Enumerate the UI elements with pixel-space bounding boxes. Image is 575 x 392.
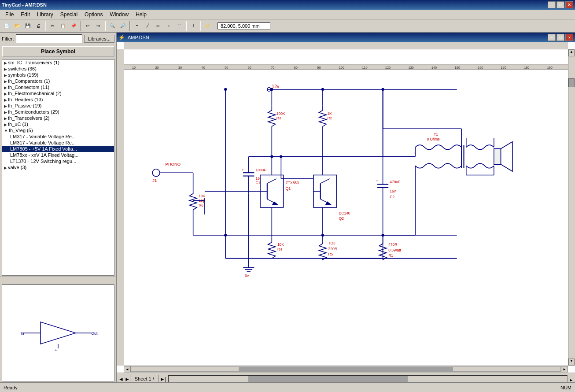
- tab-add-btn[interactable]: ►|: [160, 376, 166, 382]
- tree-item[interactable]: ▶valve (3): [2, 164, 114, 170]
- print-btn[interactable]: 🖨: [33, 21, 43, 31]
- tree-item[interactable]: ▶th_Electromechanical (2): [2, 90, 114, 96]
- menu-window[interactable]: Window: [106, 11, 132, 18]
- status-bar: Ready NUM: [0, 382, 575, 392]
- tree-item[interactable]: ▶th_Transceivers (2): [2, 115, 114, 121]
- svg-text:In: In: [21, 331, 24, 336]
- maximize-btn[interactable]: □: [557, 1, 564, 8]
- zoom-in-btn[interactable]: 🔍: [107, 21, 117, 31]
- scrollbar-right[interactable]: ▲ ▼: [568, 49, 575, 366]
- ellipse-btn[interactable]: ○: [164, 21, 173, 31]
- svg-text:BC140: BC140: [339, 211, 350, 215]
- svg-text:J1: J1: [152, 178, 157, 183]
- svg-text:R4: R4: [277, 247, 282, 251]
- tab-prev-btn[interactable]: ◄: [118, 376, 124, 382]
- svg-rect-138: [494, 149, 501, 165]
- scrollbar-bottom[interactable]: ◄ ►: [124, 366, 568, 373]
- menu-options[interactable]: Options: [81, 11, 106, 18]
- filter-row: Filter: Libraries...: [0, 33, 116, 45]
- menu-file[interactable]: File: [2, 11, 17, 18]
- tab-next-btn[interactable]: ►: [125, 376, 130, 382]
- svg-text:10K: 10K: [277, 242, 284, 247]
- filter-input[interactable]: [16, 34, 82, 43]
- menu-help[interactable]: Help: [132, 11, 150, 18]
- tree-item[interactable]: ▶th_Comparators (1): [2, 78, 114, 84]
- tree-item[interactable]: ▶symbols (159): [2, 72, 114, 78]
- redo-btn[interactable]: ↪: [93, 21, 103, 31]
- symbol-btn[interactable]: ⚡: [203, 21, 212, 31]
- svg-text:Q2: Q2: [339, 216, 344, 221]
- svg-text:1K: 1K: [327, 111, 332, 116]
- menu-bar: File Edit Library Special Options Window…: [0, 10, 575, 19]
- wire-btn[interactable]: ━: [132, 21, 142, 31]
- text-btn[interactable]: T: [188, 21, 198, 31]
- svg-text:470R: 470R: [388, 242, 397, 247]
- svg-text:140: 140: [431, 66, 437, 70]
- preview-svg: In Out ⏚: [18, 315, 98, 351]
- ruler-h-svg: /* ruler marks rendered below */: [124, 42, 568, 49]
- close-btn[interactable]: ✕: [565, 1, 573, 8]
- schematic-close-btn[interactable]: ✕: [565, 34, 573, 41]
- tree-item[interactable]: LT1370 - 12V Switching regu...: [2, 158, 114, 164]
- cut-btn[interactable]: ✂: [48, 21, 57, 31]
- schematic-maximize-btn[interactable]: □: [557, 34, 564, 41]
- rect-btn[interactable]: ▭: [153, 21, 163, 31]
- svg-text:PHONO: PHONO: [166, 162, 181, 166]
- sep6: [200, 21, 201, 31]
- circuit-svg: 10 20 30 40 50 60 70 80 90 100 110 120 1…: [124, 49, 568, 366]
- tree-item[interactable]: LM317 - Variable Voltage Re...: [2, 140, 114, 146]
- copy-btn[interactable]: 📋: [58, 21, 68, 31]
- minimize-btn[interactable]: ─: [548, 1, 556, 8]
- svg-text:8 Ohms: 8 Ohms: [427, 137, 439, 141]
- menu-library[interactable]: Library: [33, 11, 57, 18]
- line-btn[interactable]: ╱: [143, 21, 152, 31]
- tree-item[interactable]: LM317 - Variable Voltage Re...: [2, 133, 114, 140]
- window-controls: ─ □ ✕: [548, 1, 573, 8]
- tab-scrollbar-right[interactable]: ►: [569, 378, 573, 382]
- canvas-area[interactable]: 10 20 30 40 50 60 70 80 90 100 110 120 1…: [124, 49, 568, 366]
- paste-btn[interactable]: 📌: [69, 21, 78, 31]
- left-panel: Filter: Libraries... Place Symbol ▶sm_IC…: [0, 33, 117, 382]
- tree-item[interactable]: ▶th_uC (1): [2, 121, 114, 127]
- tree-item[interactable]: ▶th_Headers (13): [2, 96, 114, 103]
- schematic-area: ⚡ AMP.DSN ─ □ ✕ /* ruler marks rendered …: [117, 33, 575, 382]
- svg-point-123: [270, 88, 273, 91]
- undo-btn[interactable]: ↩: [83, 21, 92, 31]
- tree-item[interactable]: ▶th_Connectors (11): [2, 84, 114, 90]
- place-symbol-button[interactable]: Place Symbol: [2, 46, 114, 57]
- tree-scrollbar-h[interactable]: [0, 277, 116, 284]
- svg-text:R5: R5: [328, 252, 333, 256]
- open-btn[interactable]: 📂: [12, 21, 22, 31]
- tree-item[interactable]: ▶sm_IC_Transceivers (1): [2, 59, 114, 66]
- tree-item[interactable]: ▶switches (36): [2, 66, 114, 72]
- zoom-out-btn[interactable]: 🔎: [118, 21, 128, 31]
- menu-special[interactable]: Special: [57, 11, 81, 18]
- svg-text:10: 10: [132, 66, 136, 70]
- svg-text:470uF: 470uF: [390, 180, 400, 184]
- svg-text:R2: R2: [327, 116, 332, 120]
- svg-text:+: +: [376, 179, 378, 183]
- tree-item[interactable]: ▶th_Semiconductors (29): [2, 109, 114, 115]
- svg-text:60: 60: [248, 66, 251, 70]
- schematic-minimize-btn[interactable]: ─: [548, 34, 556, 41]
- sheet-tab[interactable]: Sheet 1 /: [130, 375, 159, 382]
- save-btn[interactable]: 💾: [23, 21, 33, 31]
- tree-item[interactable]: LM78xx - xxV 1A Fixed Voltag...: [2, 152, 114, 158]
- menu-edit[interactable]: Edit: [17, 11, 33, 18]
- sep1: [45, 21, 46, 31]
- ruler-v-svg: [117, 49, 124, 366]
- libraries-button[interactable]: Libraries...: [84, 35, 114, 43]
- svg-text:R1: R1: [388, 253, 393, 258]
- svg-rect-7: [124, 42, 568, 49]
- arc-btn[interactable]: ⌒: [174, 21, 184, 31]
- svg-text:20: 20: [155, 66, 158, 70]
- svg-point-97: [280, 155, 282, 158]
- svg-point-119: [321, 234, 324, 237]
- svg-point-39: [152, 169, 160, 177]
- tree-item[interactable]: ▶th_Passive (19): [2, 103, 114, 109]
- svg-rect-8: [117, 49, 124, 366]
- ruler-horizontal: /* ruler marks rendered below */: [124, 42, 568, 49]
- tree-item[interactable]: LM7805 - +5V 1A Fixed Volta...: [2, 146, 114, 152]
- tree-item[interactable]: ▼th_Vreg (5): [2, 127, 114, 133]
- new-btn[interactable]: 📄: [2, 21, 11, 31]
